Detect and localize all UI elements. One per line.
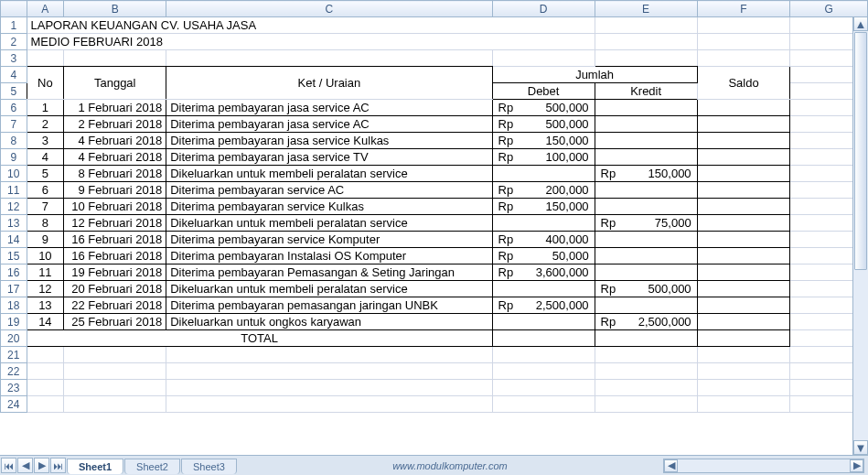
cell[interactable] (166, 380, 492, 396)
cell[interactable] (64, 380, 166, 396)
scroll-right-button[interactable]: ▶ (850, 459, 863, 472)
hscroll-track[interactable] (678, 459, 850, 472)
vscroll-track[interactable] (853, 31, 868, 440)
row-header-16[interactable]: 16 (1, 264, 27, 281)
cell[interactable] (595, 34, 697, 50)
row-header-11[interactable]: 11 (1, 182, 27, 199)
cell-saldo (697, 314, 790, 330)
row-header-13[interactable]: 13 (1, 215, 27, 232)
row-header-24[interactable]: 24 (1, 396, 27, 413)
tab-nav-last[interactable]: ⏭ (50, 458, 66, 473)
cell[interactable] (595, 50, 697, 67)
row-header-12[interactable]: 12 (1, 199, 27, 215)
cell-ket: Diterima pembayaran Pemasangan & Seting … (166, 264, 492, 281)
vscroll-thumb[interactable] (854, 32, 867, 270)
cell[interactable] (595, 396, 697, 413)
col-header-G[interactable]: G (790, 1, 868, 17)
row-header-5[interactable]: 5 (1, 83, 27, 100)
cell-debet (492, 281, 595, 297)
row-header-9[interactable]: 9 (1, 149, 27, 166)
cell-no: 1 (27, 100, 64, 116)
cell[interactable] (27, 363, 64, 380)
cell[interactable] (166, 347, 492, 363)
tab-nav-first[interactable]: ⏮ (1, 458, 16, 473)
col-header-A[interactable]: A (27, 1, 64, 17)
col-header-C[interactable]: C (166, 1, 492, 17)
col-header-E[interactable]: E (595, 1, 697, 17)
row-header-6[interactable]: 6 (1, 100, 27, 116)
cell[interactable] (492, 347, 595, 363)
sheet-tab-bar: ⏮ ◀ ▶ ⏭ Sheet1Sheet2Sheet3 www.modulkomp… (0, 455, 868, 475)
cell-kredit (595, 182, 697, 199)
row-header-20[interactable]: 20 (1, 330, 27, 347)
sheet-tab-sheet3[interactable]: Sheet3 (181, 459, 237, 474)
col-header-B[interactable]: B (64, 1, 166, 17)
cell[interactable] (697, 347, 790, 363)
cell[interactable] (595, 380, 697, 396)
cell[interactable] (64, 363, 166, 380)
row-header-10[interactable]: 10 (1, 166, 27, 182)
cell[interactable] (697, 17, 790, 34)
row-header-18[interactable]: 18 (1, 297, 27, 314)
cell[interactable] (697, 396, 790, 413)
cell[interactable] (595, 363, 697, 380)
cell[interactable] (595, 347, 697, 363)
row-header-7[interactable]: 7 (1, 116, 27, 133)
scroll-left-button[interactable]: ◀ (664, 459, 678, 472)
cell-tanggal: 12 Februari 2018 (64, 215, 166, 232)
row-header-14[interactable]: 14 (1, 232, 27, 248)
cell[interactable] (697, 34, 790, 50)
cell[interactable] (595, 17, 697, 34)
cell[interactable] (697, 50, 790, 67)
row-header-3[interactable]: 3 (1, 50, 27, 67)
cell[interactable] (64, 50, 166, 67)
horizontal-scrollbar[interactable]: ◀ ▶ (663, 459, 864, 473)
cell-no: 14 (27, 314, 64, 330)
row-header-22[interactable]: 22 (1, 363, 27, 380)
cell[interactable] (492, 363, 595, 380)
sheet-tab-sheet2[interactable]: Sheet2 (124, 459, 180, 474)
cell-debet: Rp150,000 (492, 199, 595, 215)
row-header-15[interactable]: 15 (1, 248, 27, 264)
scroll-up-button[interactable]: ▲ (853, 16, 868, 31)
row-header-23[interactable]: 23 (1, 380, 27, 396)
cell-debet: Rp150,000 (492, 133, 595, 149)
cell[interactable] (27, 396, 64, 413)
tab-nav-next[interactable]: ▶ (34, 458, 49, 473)
cell[interactable] (166, 50, 492, 67)
cell[interactable] (492, 50, 595, 67)
cell-ket: Diterima pembayaran service Komputer (166, 232, 492, 248)
col-header-D[interactable]: D (492, 1, 595, 17)
vertical-scrollbar[interactable]: ▲ ▼ (852, 16, 868, 455)
scroll-down-button[interactable]: ▼ (853, 440, 868, 455)
cell[interactable] (27, 347, 64, 363)
cell-debet: Rp500,000 (492, 100, 595, 116)
cell[interactable] (64, 347, 166, 363)
sheet-tab-sheet1[interactable]: Sheet1 (67, 459, 123, 474)
cell[interactable] (492, 396, 595, 413)
row-header-8[interactable]: 8 (1, 133, 27, 149)
cell[interactable] (492, 380, 595, 396)
spreadsheet-grid[interactable]: ABCDEFG1LAPORAN KEUANGAN CV. USAHA JASA2… (0, 0, 868, 413)
cell[interactable] (166, 363, 492, 380)
cell[interactable] (27, 380, 64, 396)
row-header-21[interactable]: 21 (1, 347, 27, 363)
cell-saldo (697, 182, 790, 199)
tab-nav-prev[interactable]: ◀ (17, 458, 33, 473)
cell-ket: Diterima pembayaran jasa service AC (166, 116, 492, 133)
row-header-1[interactable]: 1 (1, 17, 27, 34)
row-header-4[interactable]: 4 (1, 67, 27, 83)
row-header-17[interactable]: 17 (1, 281, 27, 297)
row-header-2[interactable]: 2 (1, 34, 27, 50)
col-header-F[interactable]: F (697, 1, 790, 17)
hdr-debet: Debet (492, 83, 595, 100)
cell[interactable] (697, 363, 790, 380)
select-all-corner[interactable] (1, 1, 27, 17)
cell[interactable] (64, 396, 166, 413)
cell[interactable] (697, 380, 790, 396)
cell-kredit (595, 199, 697, 215)
cell[interactable] (166, 396, 492, 413)
cell-tanggal: 2 Februari 2018 (64, 116, 166, 133)
row-header-19[interactable]: 19 (1, 314, 27, 330)
cell[interactable] (27, 50, 64, 67)
